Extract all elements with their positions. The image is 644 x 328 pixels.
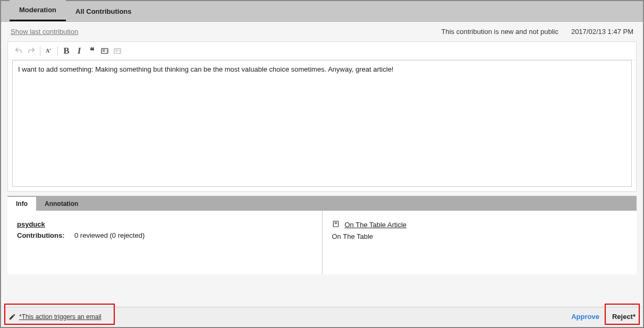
comment-editor[interactable]: I want to add something: Making somethin…: [12, 60, 632, 187]
article-icon: [332, 220, 340, 229]
reject-button[interactable]: Reject*: [612, 313, 635, 321]
tab-info[interactable]: Info: [7, 197, 36, 211]
user-link[interactable]: psyduck: [17, 220, 45, 228]
bold-icon[interactable]: B: [60, 45, 73, 57]
show-last-contribution-link[interactable]: Show last contribution: [11, 28, 78, 36]
main-tabs: Moderation All Contributions: [1, 1, 643, 22]
editor-toolbar: A× B I ❝: [8, 42, 636, 60]
info-panel: psyduck Contributions: 0 reviewed (0 rej…: [7, 211, 637, 274]
email-trigger-note[interactable]: *This action triggers an email: [9, 313, 101, 321]
article-link[interactable]: On The Table Article: [345, 221, 407, 229]
footer-bar: *This action triggers an email Approve R…: [2, 307, 642, 326]
sub-tabs: Info Annotation: [7, 196, 637, 211]
info-right: On The Table Article On The Table: [323, 211, 637, 274]
tab-all-contributions[interactable]: All Contributions: [66, 2, 141, 21]
quote-icon[interactable]: ❝: [86, 45, 98, 57]
editor-panel: A× B I ❝ I want to add something: Making…: [7, 41, 637, 192]
contribution-status-text: This contribution is new and not public: [442, 28, 558, 36]
toolbar-separator: [57, 46, 58, 56]
info-left: psyduck Contributions: 0 reviewed (0 rej…: [7, 211, 323, 274]
moderation-app: Moderation All Contributions Show last c…: [0, 0, 644, 328]
contributions-value: 0 reviewed (0 rejected): [74, 231, 145, 239]
tab-moderation[interactable]: Moderation: [10, 0, 66, 21]
italic-icon[interactable]: I: [73, 45, 86, 57]
external-link-icon[interactable]: [111, 45, 124, 57]
article-title: On The Table: [332, 232, 628, 240]
internal-link-icon[interactable]: [98, 45, 111, 57]
svg-text:×: ×: [49, 47, 52, 50]
undo-icon[interactable]: [12, 45, 25, 57]
clear-format-icon[interactable]: A×: [43, 45, 55, 57]
redo-icon[interactable]: [25, 45, 38, 57]
contributions-label: Contributions:: [17, 231, 74, 239]
status-bar: Show last contribution This contribution…: [1, 22, 643, 41]
approve-button[interactable]: Approve: [571, 313, 599, 321]
tab-annotation[interactable]: Annotation: [36, 197, 87, 211]
contribution-timestamp: 2017/02/13 1:47 PM: [571, 28, 633, 36]
email-note-text: *This action triggers an email: [19, 313, 101, 321]
pencil-icon: [9, 313, 16, 321]
toolbar-separator: [40, 46, 40, 56]
